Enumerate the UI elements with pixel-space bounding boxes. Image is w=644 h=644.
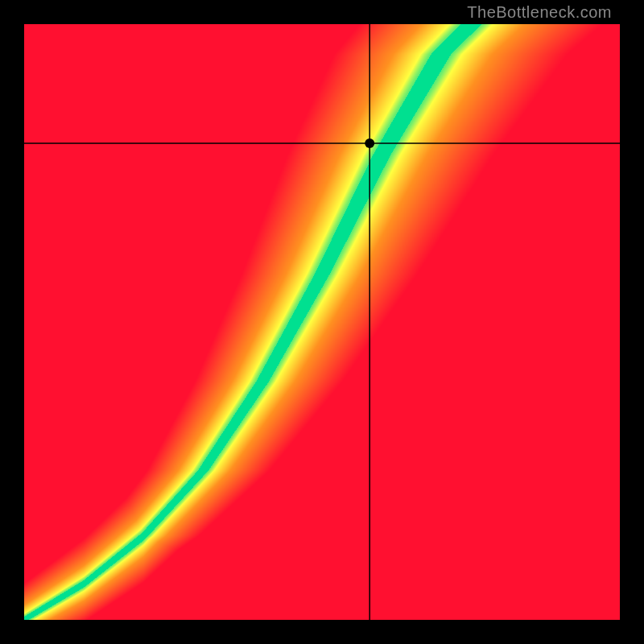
watermark-text: TheBottleneck.com <box>467 3 612 22</box>
bottleneck-heatmap: TheBottleneck.com <box>0 0 644 644</box>
heatmap-canvas <box>24 24 620 620</box>
